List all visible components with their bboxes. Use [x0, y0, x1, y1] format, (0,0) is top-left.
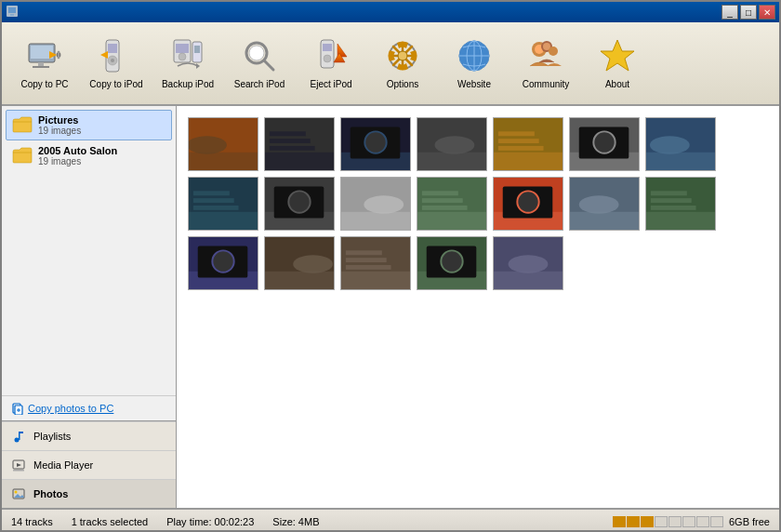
svg-point-57 — [189, 136, 227, 153]
website-icon — [455, 36, 494, 75]
minimize-button[interactable]: _ — [721, 5, 738, 20]
photo-thumb[interactable] — [340, 117, 411, 171]
photo-thumb[interactable] — [417, 236, 487, 290]
close-button[interactable]: ✕ — [759, 5, 775, 20]
photo-thumb[interactable] — [493, 117, 563, 171]
photo-thumb[interactable] — [188, 177, 258, 231]
folder-item-autosalon[interactable]: 2005 Auto Salon 19 images — [6, 140, 172, 171]
options-label: Options — [387, 79, 418, 90]
photo-thumb[interactable] — [188, 236, 258, 290]
nav-media-player[interactable]: Media Player — [2, 450, 176, 479]
svg-point-66 — [364, 131, 386, 153]
folder-item-pictures[interactable]: Pictures 19 images — [6, 110, 172, 140]
media-player-icon — [11, 458, 26, 472]
photo-thumb[interactable] — [569, 117, 640, 171]
playlists-icon — [11, 429, 26, 444]
copy-to-ipod-icon — [97, 36, 136, 75]
photo-thumb[interactable] — [645, 117, 716, 171]
search-ipod-button[interactable]: Search iPod — [226, 27, 293, 100]
copy-to-ipod-button[interactable]: Copy to iPod — [83, 27, 150, 100]
folder-count-autosalon: 19 images — [38, 156, 117, 166]
storage-block — [613, 516, 626, 527]
svg-marker-54 — [14, 494, 24, 498]
website-label: Website — [457, 79, 491, 90]
community-button[interactable]: Community — [512, 27, 579, 100]
photo-thumb[interactable] — [264, 117, 335, 171]
eject-ipod-button[interactable]: Eject iPod — [298, 27, 364, 100]
title-bar: _ □ ✕ — [2, 2, 779, 22]
play-time: Play time: 00:02:23 — [166, 516, 254, 527]
svg-rect-11 — [108, 44, 117, 53]
photo-thumb[interactable] — [340, 236, 411, 290]
svg-rect-6 — [33, 66, 49, 68]
nav-playlists[interactable]: Playlists — [2, 421, 176, 450]
photos-icon — [11, 486, 26, 501]
copy-to-pc-button[interactable]: Copy to PC — [11, 27, 78, 100]
svg-point-46 — [15, 438, 20, 443]
status-bar: 14 tracks 1 tracks selected Play time: 0… — [2, 508, 779, 532]
svg-rect-109 — [651, 198, 692, 203]
copy-to-pc-label: Copy to PC — [20, 79, 68, 90]
sidebar-nav: Playlists Media Player — [2, 420, 176, 508]
svg-rect-107 — [646, 212, 715, 230]
size: Size: 4MB — [272, 516, 319, 527]
svg-point-114 — [212, 250, 233, 272]
sidebar-actions: Copy photos to PC — [2, 395, 176, 420]
svg-point-129 — [509, 255, 549, 273]
copy-photos-link[interactable]: Copy photos to PC — [11, 402, 166, 415]
svg-rect-56 — [189, 153, 258, 170]
maximize-button[interactable]: □ — [740, 5, 757, 20]
photo-thumb[interactable] — [264, 177, 335, 231]
svg-point-30 — [398, 51, 407, 60]
svg-point-117 — [293, 255, 333, 273]
photo-thumb[interactable] — [493, 236, 563, 290]
storage-blocks — [613, 516, 723, 527]
community-icon — [526, 36, 565, 75]
svg-rect-98 — [422, 206, 468, 210]
svg-point-17 — [179, 53, 186, 60]
svg-rect-95 — [417, 212, 486, 230]
backup-ipod-button[interactable]: Backup iPod — [154, 27, 221, 100]
photo-thumb[interactable] — [645, 177, 716, 231]
photo-grid — [184, 113, 772, 294]
svg-rect-68 — [417, 153, 486, 170]
eject-ipod-label: Eject iPod — [310, 79, 351, 90]
toolbar: Copy to PC Copy to iPod — [2, 22, 779, 106]
about-button[interactable]: About — [584, 27, 651, 100]
svg-marker-14 — [100, 51, 108, 59]
photo-thumb[interactable] — [417, 117, 487, 171]
main-content: Pictures 19 images 2005 Auto Salon 19 im… — [2, 106, 779, 508]
svg-rect-122 — [346, 265, 391, 270]
photo-thumb[interactable] — [188, 117, 258, 171]
photo-thumb[interactable] — [493, 177, 563, 231]
folder-name-pictures: Pictures — [38, 114, 81, 126]
backup-ipod-label: Backup iPod — [162, 79, 214, 90]
folder-count-pictures: 19 images — [38, 126, 81, 136]
photo-thumb[interactable] — [417, 177, 487, 231]
options-icon — [383, 36, 422, 75]
svg-rect-62 — [270, 146, 315, 151]
nav-photos[interactable]: Photos — [2, 479, 176, 508]
svg-point-126 — [441, 250, 462, 272]
options-button[interactable]: Options — [369, 27, 436, 100]
free-space: 6GB free — [729, 516, 770, 527]
svg-rect-97 — [422, 198, 463, 203]
svg-rect-83 — [189, 212, 258, 230]
about-icon — [598, 36, 637, 75]
svg-rect-5 — [38, 62, 44, 66]
svg-point-90 — [288, 191, 310, 212]
photo-thumb[interactable] — [264, 236, 335, 290]
folder-icon-pictures — [12, 116, 33, 133]
svg-point-102 — [517, 191, 538, 212]
svg-point-69 — [435, 136, 475, 153]
svg-rect-80 — [646, 153, 715, 170]
tracks-count: 14 tracks — [11, 516, 53, 527]
title-bar-controls[interactable]: _ □ ✕ — [721, 5, 775, 20]
svg-point-105 — [579, 195, 619, 213]
storage-block — [655, 516, 668, 527]
photo-thumb[interactable] — [569, 177, 640, 231]
svg-rect-110 — [651, 206, 696, 210]
svg-rect-51 — [13, 470, 24, 472]
photo-thumb[interactable] — [340, 177, 411, 231]
website-button[interactable]: Website — [441, 27, 508, 100]
